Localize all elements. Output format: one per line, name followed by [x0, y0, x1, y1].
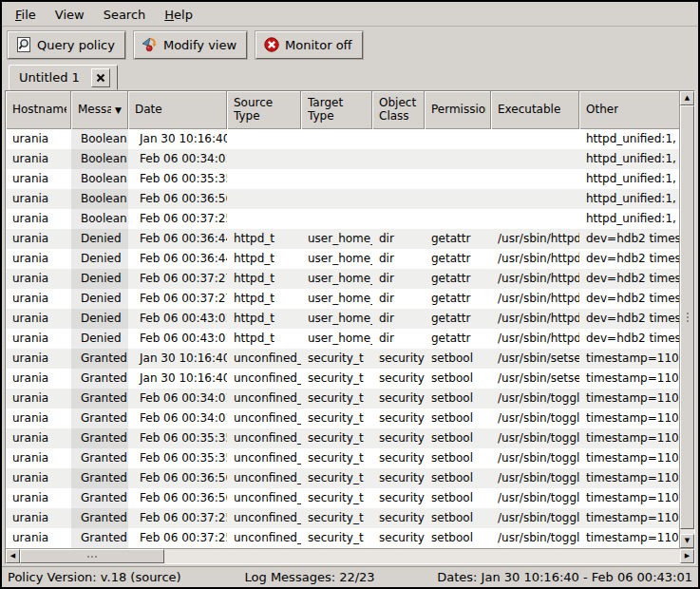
table-row[interactable]: uraniaDeniedFeb 06 00:36:44httpd_tuser_h… — [6, 249, 679, 269]
table-cell — [425, 209, 491, 229]
table-cell: timestamp=11076 — [579, 448, 679, 468]
table-row[interactable]: uraniaGrantedFeb 06 00:34:01unconfined_s… — [6, 389, 679, 408]
column-header-target-type[interactable]: Target Type — [301, 91, 372, 129]
table-row[interactable]: uraniaGrantedFeb 06 00:34:01unconfined_s… — [6, 408, 679, 428]
table-row[interactable]: uraniaGrantedFeb 06 00:36:56unconfined_s… — [6, 468, 679, 488]
column-header-messa[interactable]: Messa▼ — [71, 91, 128, 129]
column-header-label: Hostname — [12, 104, 66, 117]
tab-untitled-1[interactable]: Untitled 1 — [9, 65, 118, 90]
right-arrow-icon: ▶ — [685, 553, 690, 560]
table-row[interactable]: uraniaBooleanFeb 06 00:34:01httpd_unifie… — [6, 149, 679, 169]
table-cell: security_t — [301, 448, 372, 468]
table-cell — [425, 169, 491, 189]
table-cell: urania — [6, 289, 71, 309]
table-cell: Feb 06 00:34:01 — [128, 149, 227, 169]
query-policy-button[interactable]: Query policy — [8, 31, 125, 59]
menu-file[interactable]: File — [6, 5, 46, 25]
table-cell: /usr/sbin/httpd — [491, 289, 579, 309]
table-cell: /usr/sbin/toggle — [491, 448, 579, 468]
column-header-label: Permission — [431, 104, 486, 117]
scroll-left-button[interactable]: ◀ — [6, 549, 20, 563]
column-header-source-type[interactable]: Source Type — [227, 91, 301, 129]
table-cell: Granted — [71, 369, 128, 389]
table-row[interactable]: uraniaDeniedFeb 06 00:37:27httpd_tuser_h… — [6, 269, 679, 289]
table-cell: urania — [6, 488, 71, 508]
horizontal-scrollbar-track[interactable] — [20, 549, 680, 563]
table-row[interactable]: uraniaGrantedFeb 06 00:35:35unconfined_s… — [6, 428, 679, 448]
horizontal-scrollbar-thumb[interactable] — [20, 549, 164, 563]
table-cell: dev=hdb2 timesta — [579, 309, 679, 329]
column-header-executable[interactable]: Executable — [491, 91, 579, 129]
table-row[interactable]: uraniaBooleanFeb 06 00:36:56httpd_unifie… — [6, 189, 679, 209]
table-cell: urania — [6, 329, 71, 349]
table-cell: user_home_ — [301, 269, 372, 289]
menu-search[interactable]: Search — [94, 5, 156, 25]
table-row[interactable]: uraniaDeniedFeb 06 00:43:01httpd_tuser_h… — [6, 309, 679, 329]
table-row[interactable]: uraniaDeniedFeb 06 00:43:01httpd_tuser_h… — [6, 329, 679, 349]
log-table-frame: HostnameMessa▼DateSource TypeTarget Type… — [5, 90, 695, 564]
horizontal-scrollbar[interactable]: ◀ ▶ — [6, 548, 694, 563]
table-cell: /usr/sbin/toggle — [491, 488, 579, 508]
column-header-date[interactable]: Date — [128, 91, 227, 129]
column-header-hostname[interactable]: Hostname — [6, 91, 71, 129]
table-cell: Boolean — [71, 169, 128, 189]
table-cell: httpd_unified:1, ht — [579, 169, 679, 189]
table-cell — [372, 169, 425, 189]
table-cell: unconfined_ — [227, 408, 301, 428]
table-row[interactable]: uraniaDeniedFeb 06 00:37:27httpd_tuser_h… — [6, 289, 679, 309]
table-row[interactable]: uraniaBooleanJan 30 10:16:40httpd_unifie… — [6, 129, 679, 149]
table-cell: urania — [6, 169, 71, 189]
table-cell: Feb 06 00:37:27 — [128, 269, 227, 289]
vertical-scrollbar-track[interactable] — [680, 105, 694, 534]
monitor-off-label: Monitor off — [285, 38, 351, 52]
table-cell — [301, 149, 372, 169]
modify-view-button[interactable]: Modify view — [134, 31, 247, 59]
menu-help[interactable]: Help — [155, 5, 202, 25]
modify-view-label: Modify view — [163, 38, 236, 52]
table-cell — [301, 129, 372, 149]
table-cell: setbool — [425, 408, 491, 428]
table-row[interactable]: uraniaGrantedJan 30 10:16:40unconfined_s… — [6, 349, 679, 369]
table-row[interactable]: uraniaGrantedFeb 06 00:36:56unconfined_s… — [6, 488, 679, 508]
table-cell: security — [372, 349, 425, 369]
column-header-other[interactable]: Other — [579, 91, 679, 129]
statusbar: Policy Version: v.18 (source) Log Messag… — [2, 566, 698, 587]
menu-view[interactable]: View — [46, 5, 94, 25]
table-row[interactable]: uraniaGrantedFeb 06 00:37:25unconfined_s… — [6, 508, 679, 528]
table-cell: urania — [6, 389, 71, 408]
table-cell: dev=hdb2 timesta — [579, 249, 679, 269]
table-cell: httpd_unified:1, ht — [579, 129, 679, 149]
table-row[interactable]: uraniaBooleanFeb 06 00:35:35httpd_unifie… — [6, 169, 679, 189]
table-cell — [372, 149, 425, 169]
scroll-down-button[interactable]: ▼ — [680, 534, 694, 548]
table-row[interactable]: uraniaDeniedFeb 06 00:36:44httpd_tuser_h… — [6, 229, 679, 249]
table-cell: unconfined_ — [227, 349, 301, 369]
column-header-label: Date — [135, 104, 162, 117]
query-policy-label: Query policy — [37, 38, 115, 52]
table-cell: urania — [6, 408, 71, 428]
thumb-grip-icon — [91, 556, 93, 558]
vertical-scrollbar[interactable]: ▲ ▼ — [679, 91, 694, 548]
dates-status: Dates: Jan 30 10:16:40 - Feb 06 00:43:01 — [410, 570, 692, 584]
vertical-scrollbar-thumb[interactable] — [680, 105, 694, 529]
table-cell: Feb 06 00:36:56 — [128, 488, 227, 508]
table-cell: user_home_ — [301, 249, 372, 269]
table-cell: unconfined_ — [227, 428, 301, 448]
table-cell: timestamp=11076 — [579, 488, 679, 508]
table-row[interactable]: uraniaGrantedFeb 06 00:35:35unconfined_s… — [6, 448, 679, 468]
table-row[interactable]: uraniaGrantedJan 30 10:16:40unconfined_s… — [6, 369, 679, 389]
table-cell: getattr — [425, 329, 491, 349]
table-cell — [491, 189, 579, 209]
column-header-object-class[interactable]: Object Class — [372, 91, 425, 129]
table-cell: httpd_t — [227, 249, 301, 269]
table-cell: urania — [6, 149, 71, 169]
monitor-off-button[interactable]: Monitor off — [255, 31, 362, 59]
column-header-permission[interactable]: Permission — [425, 91, 491, 129]
scroll-right-button[interactable]: ▶ — [680, 549, 694, 563]
table-cell — [227, 209, 301, 229]
scroll-up-button[interactable]: ▲ — [680, 91, 694, 105]
table-cell: Denied — [71, 249, 128, 269]
table-row[interactable]: uraniaGrantedFeb 06 00:37:25unconfined_s… — [6, 528, 679, 548]
table-row[interactable]: uraniaBooleanFeb 06 00:37:25httpd_unifie… — [6, 209, 679, 229]
tab-close-button[interactable] — [91, 68, 110, 87]
